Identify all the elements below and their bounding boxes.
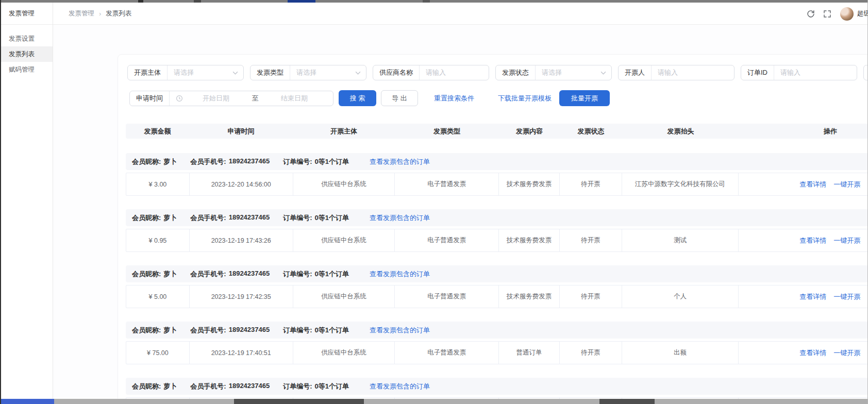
filter-4-box[interactable]: 开票人 请输入 [618, 65, 735, 80]
view-included-orders-link[interactable]: 查看发票包含的订单 [370, 270, 430, 279]
main-content: 开票主体 请选择 发票类型 请选择 供应商名称 请输入 发票状态 请选择 [53, 25, 868, 399]
cell-subject: 供应链中台系统 [293, 342, 395, 364]
cell-apply-time: 2023-12-19 17:42:35 [190, 285, 293, 308]
filter-0-field[interactable]: 请选择 [167, 65, 243, 80]
member-nickname-label: 会员昵称: [132, 382, 161, 391]
view-included-orders-link[interactable]: 查看发票包含的订单 [370, 326, 430, 335]
view-included-orders-link[interactable]: 查看发票包含的订单 [370, 382, 430, 391]
start-date-input[interactable]: 开始日期 [188, 94, 244, 103]
table-row: ¥ 0.95 2023-12-19 17:43:26 供应链中台系统 电子普通发… [126, 229, 868, 252]
column-header-actions: 操作 [739, 127, 868, 136]
view-detail-link[interactable]: 查看详情 [799, 348, 826, 358]
member-nickname: 会员昵称: 萝卜 [132, 157, 177, 166]
one-click-invoice-link[interactable]: 一键开票 [833, 292, 860, 301]
group-0-header: 会员昵称: 萝卜 会员手机号: 18924237465 订单编号: 0等1个订单… [126, 153, 868, 170]
app-window: 发票管理 发票设置 发票列表 赋码管理 发票管理 › 发票列表 超级管理员 开票… [0, 0, 868, 404]
view-detail-link[interactable]: 查看详情 [799, 236, 826, 245]
cell-status: 待开票 [560, 229, 622, 251]
order-number: 订单编号: 0等1个订单 [283, 157, 349, 166]
view-detail-link[interactable]: 查看详情 [799, 292, 826, 301]
cell-content: 技术服务费发票 [499, 229, 560, 251]
member-nickname-value: 萝卜 [163, 213, 177, 223]
cell-amount: ¥ 3.00 [126, 173, 190, 195]
filter-5-field[interactable]: 请输入 [774, 65, 857, 80]
apply-time-field[interactable]: 开始日期 至 结束日期 [169, 91, 333, 106]
bottom-scrollbar [0, 399, 868, 404]
column-header-subject: 开票主体 [293, 127, 395, 136]
refresh-icon[interactable] [807, 10, 815, 18]
one-click-invoice-link[interactable]: 一键开票 [833, 348, 860, 358]
end-date-input[interactable]: 结束日期 [266, 94, 322, 103]
tab-strip-segment [138, 0, 143, 3]
export-button[interactable]: 导 出 [381, 90, 418, 106]
scrollbar-thumb[interactable] [234, 399, 364, 404]
filter-2-field[interactable]: 请输入 [419, 65, 489, 80]
view-included-orders-link[interactable]: 查看发票包含的订单 [370, 213, 430, 223]
column-header-status: 发票状态 [560, 127, 622, 136]
invoice-table: 发票金额 申请时间 开票主体 发票类型 发票内容 发票状态 发票抬头 操作 会员… [126, 124, 868, 404]
cell-title: 出额 [622, 342, 739, 364]
apply-time-label: 申请时间 [130, 94, 169, 103]
table-body: 会员昵称: 萝卜 会员手机号: 18924237465 订单编号: 0等1个订单… [126, 153, 868, 404]
cell-amount: ¥ 0.95 [126, 229, 190, 251]
tab-strip-segment [423, 0, 430, 3]
cell-apply-time: 2023-12-19 17:40:51 [190, 342, 293, 364]
filter-5-box[interactable]: 订单ID 请输入 [741, 65, 857, 80]
filter-5-label: 订单ID [741, 68, 774, 77]
filter-0-label: 开票主体 [128, 68, 167, 77]
group-1-header: 会员昵称: 萝卜 会员手机号: 18924237465 订单编号: 0等1个订单… [126, 209, 868, 226]
invoice-group-0: 会员昵称: 萝卜 会员手机号: 18924237465 订单编号: 0等1个订单… [126, 153, 868, 196]
sidebar-item-2[interactable]: 赋码管理 [0, 62, 53, 77]
batch-invoice-button[interactable]: 批量开票 [559, 90, 610, 106]
order-number-value: 0等1个订单 [315, 382, 349, 391]
cell-amount: ¥ 75.00 [126, 342, 190, 364]
order-number-label: 订单编号: [283, 326, 312, 335]
one-click-invoice-link[interactable]: 一键开票 [833, 180, 860, 189]
reset-search-link[interactable]: 重置搜索条件 [434, 94, 474, 103]
download-batch-template-link[interactable]: 下载批量开票模板 [498, 94, 552, 103]
table-row: ¥ 75.00 2023-12-19 17:40:51 供应链中台系统 电子普通… [126, 341, 868, 364]
member-phone-value: 18924237465 [229, 270, 270, 279]
order-number-value: 0等1个订单 [315, 326, 349, 335]
apply-time-range-picker[interactable]: 申请时间 开始日期 至 结束日期 [129, 91, 333, 106]
horizontal-scrollbar-track[interactable] [54, 399, 868, 404]
filter-4-label: 开票人 [619, 68, 651, 77]
column-header-content: 发票内容 [499, 127, 560, 136]
cell-invoice-type: 电子普通发票 [395, 173, 499, 195]
order-number-value: 0等1个订单 [315, 270, 349, 279]
invoice-group-2: 会员昵称: 萝卜 会员手机号: 18924237465 订单编号: 0等1个订单… [126, 265, 868, 308]
order-number-label: 订单编号: [283, 157, 312, 166]
member-nickname-value: 萝卜 [163, 157, 177, 166]
tab-strip-active-tab[interactable] [288, 0, 315, 3]
user-name[interactable]: 超级管理员 [857, 3, 868, 25]
sidebar-item-1[interactable]: 发票列表 [0, 46, 53, 62]
member-phone-label: 会员手机号: [190, 270, 226, 279]
filter-2-box[interactable]: 供应商名称 请输入 [373, 65, 489, 80]
member-phone-label: 会员手机号: [190, 157, 226, 166]
member-phone: 会员手机号: 18924237465 [190, 213, 270, 223]
user-avatar[interactable] [840, 7, 854, 21]
search-button[interactable]: 搜 索 [339, 90, 376, 106]
order-number-value: 0等1个订单 [315, 157, 349, 166]
breadcrumb-parent[interactable]: 发票管理 [69, 9, 94, 18]
sidebar-item-0[interactable]: 发票设置 [0, 31, 53, 46]
scrollbar-thumb[interactable] [599, 399, 655, 404]
filter-1-field[interactable]: 请选择 [290, 65, 366, 80]
filter-3-field[interactable]: 请选择 [535, 65, 611, 80]
view-included-orders-link[interactable]: 查看发票包含的订单 [370, 157, 430, 166]
cell-subject: 供应链中台系统 [293, 229, 395, 251]
filter-4-field[interactable]: 请输入 [651, 65, 734, 80]
view-detail-link[interactable]: 查看详情 [799, 180, 826, 189]
cell-apply-time: 2023-12-20 14:56:00 [190, 173, 293, 195]
filter-1-placeholder: 请选择 [296, 68, 355, 77]
filter-0-box[interactable]: 开票主体 请选择 [127, 65, 244, 80]
cell-content: 普通订单 [499, 342, 560, 364]
filter-3-box[interactable]: 发票状态 请选择 [495, 65, 612, 80]
filter-1-box[interactable]: 发票类型 请选择 [250, 65, 366, 80]
order-number-label: 订单编号: [283, 213, 312, 223]
bottom-left-accent-bar [0, 399, 54, 404]
cell-content: 技术服务费发票 [499, 173, 560, 195]
one-click-invoice-link[interactable]: 一键开票 [833, 236, 860, 245]
filter-1-label: 发票类型 [251, 68, 290, 77]
fullscreen-icon[interactable] [823, 10, 831, 18]
